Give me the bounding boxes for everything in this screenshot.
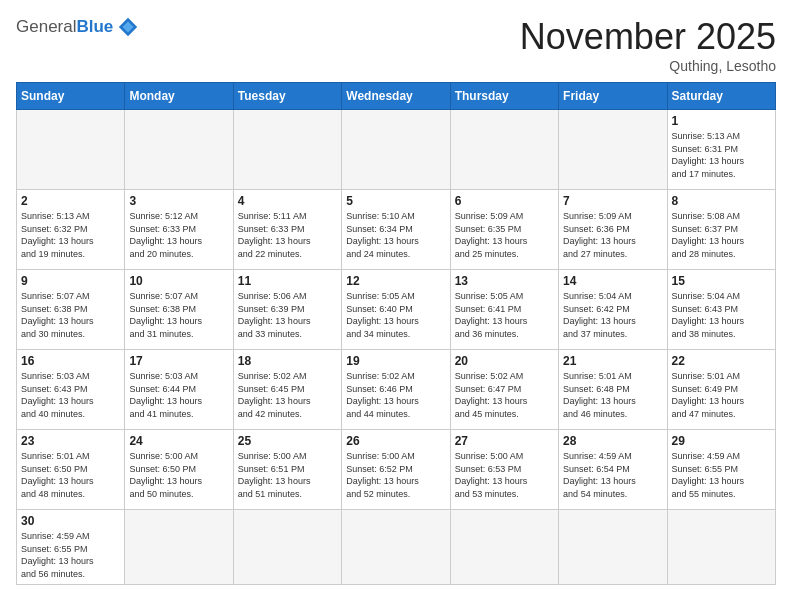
day-info: Sunrise: 5:04 AM Sunset: 6:42 PM Dayligh… (563, 290, 662, 340)
table-row: 29Sunrise: 4:59 AM Sunset: 6:55 PM Dayli… (667, 430, 775, 510)
day-info: Sunrise: 5:13 AM Sunset: 6:32 PM Dayligh… (21, 210, 120, 260)
day-info: Sunrise: 5:00 AM Sunset: 6:52 PM Dayligh… (346, 450, 445, 500)
table-row: 22Sunrise: 5:01 AM Sunset: 6:49 PM Dayli… (667, 350, 775, 430)
day-info: Sunrise: 5:08 AM Sunset: 6:37 PM Dayligh… (672, 210, 771, 260)
table-row: 3Sunrise: 5:12 AM Sunset: 6:33 PM Daylig… (125, 190, 233, 270)
table-row: 5Sunrise: 5:10 AM Sunset: 6:34 PM Daylig… (342, 190, 450, 270)
day-info: Sunrise: 5:03 AM Sunset: 6:44 PM Dayligh… (129, 370, 228, 420)
day-number: 15 (672, 274, 771, 288)
day-number: 9 (21, 274, 120, 288)
day-info: Sunrise: 5:10 AM Sunset: 6:34 PM Dayligh… (346, 210, 445, 260)
day-number: 22 (672, 354, 771, 368)
table-row: 13Sunrise: 5:05 AM Sunset: 6:41 PM Dayli… (450, 270, 558, 350)
table-row (233, 110, 341, 190)
weekday-header-wednesday: Wednesday (342, 83, 450, 110)
table-row: 26Sunrise: 5:00 AM Sunset: 6:52 PM Dayli… (342, 430, 450, 510)
calendar-week-row: 2Sunrise: 5:13 AM Sunset: 6:32 PM Daylig… (17, 190, 776, 270)
page-header: General Blue November 2025 Quthing, Leso… (16, 16, 776, 74)
day-number: 4 (238, 194, 337, 208)
day-info: Sunrise: 5:11 AM Sunset: 6:33 PM Dayligh… (238, 210, 337, 260)
table-row: 19Sunrise: 5:02 AM Sunset: 6:46 PM Dayli… (342, 350, 450, 430)
table-row: 8Sunrise: 5:08 AM Sunset: 6:37 PM Daylig… (667, 190, 775, 270)
day-number: 20 (455, 354, 554, 368)
day-info: Sunrise: 5:07 AM Sunset: 6:38 PM Dayligh… (21, 290, 120, 340)
calendar-week-row: 1Sunrise: 5:13 AM Sunset: 6:31 PM Daylig… (17, 110, 776, 190)
day-number: 16 (21, 354, 120, 368)
logo-icon (117, 16, 139, 38)
calendar-week-row: 23Sunrise: 5:01 AM Sunset: 6:50 PM Dayli… (17, 430, 776, 510)
table-row: 25Sunrise: 5:00 AM Sunset: 6:51 PM Dayli… (233, 430, 341, 510)
day-number: 3 (129, 194, 228, 208)
day-info: Sunrise: 4:59 AM Sunset: 6:55 PM Dayligh… (21, 530, 120, 580)
table-row: 1Sunrise: 5:13 AM Sunset: 6:31 PM Daylig… (667, 110, 775, 190)
day-info: Sunrise: 5:04 AM Sunset: 6:43 PM Dayligh… (672, 290, 771, 340)
day-number: 19 (346, 354, 445, 368)
day-info: Sunrise: 5:07 AM Sunset: 6:38 PM Dayligh… (129, 290, 228, 340)
table-row: 12Sunrise: 5:05 AM Sunset: 6:40 PM Dayli… (342, 270, 450, 350)
table-row (125, 510, 233, 585)
day-info: Sunrise: 5:03 AM Sunset: 6:43 PM Dayligh… (21, 370, 120, 420)
table-row (450, 110, 558, 190)
table-row: 14Sunrise: 5:04 AM Sunset: 6:42 PM Dayli… (559, 270, 667, 350)
table-row: 21Sunrise: 5:01 AM Sunset: 6:48 PM Dayli… (559, 350, 667, 430)
table-row (233, 510, 341, 585)
table-row: 30Sunrise: 4:59 AM Sunset: 6:55 PM Dayli… (17, 510, 125, 585)
day-info: Sunrise: 5:09 AM Sunset: 6:35 PM Dayligh… (455, 210, 554, 260)
table-row (342, 110, 450, 190)
table-row: 18Sunrise: 5:02 AM Sunset: 6:45 PM Dayli… (233, 350, 341, 430)
day-number: 2 (21, 194, 120, 208)
table-row: 9Sunrise: 5:07 AM Sunset: 6:38 PM Daylig… (17, 270, 125, 350)
day-info: Sunrise: 5:02 AM Sunset: 6:45 PM Dayligh… (238, 370, 337, 420)
table-row: 16Sunrise: 5:03 AM Sunset: 6:43 PM Dayli… (17, 350, 125, 430)
day-info: Sunrise: 5:05 AM Sunset: 6:40 PM Dayligh… (346, 290, 445, 340)
table-row (559, 510, 667, 585)
day-info: Sunrise: 5:01 AM Sunset: 6:48 PM Dayligh… (563, 370, 662, 420)
day-number: 17 (129, 354, 228, 368)
calendar-week-row: 9Sunrise: 5:07 AM Sunset: 6:38 PM Daylig… (17, 270, 776, 350)
table-row (450, 510, 558, 585)
logo: General Blue (16, 16, 139, 38)
table-row: 27Sunrise: 5:00 AM Sunset: 6:53 PM Dayli… (450, 430, 558, 510)
title-block: November 2025 Quthing, Lesotho (520, 16, 776, 74)
weekday-header-row: SundayMondayTuesdayWednesdayThursdayFrid… (17, 83, 776, 110)
day-info: Sunrise: 5:06 AM Sunset: 6:39 PM Dayligh… (238, 290, 337, 340)
day-number: 25 (238, 434, 337, 448)
table-row: 10Sunrise: 5:07 AM Sunset: 6:38 PM Dayli… (125, 270, 233, 350)
table-row (125, 110, 233, 190)
logo-blue-text: Blue (76, 17, 113, 37)
table-row: 2Sunrise: 5:13 AM Sunset: 6:32 PM Daylig… (17, 190, 125, 270)
day-number: 11 (238, 274, 337, 288)
day-info: Sunrise: 5:00 AM Sunset: 6:53 PM Dayligh… (455, 450, 554, 500)
day-number: 28 (563, 434, 662, 448)
day-number: 27 (455, 434, 554, 448)
day-info: Sunrise: 5:12 AM Sunset: 6:33 PM Dayligh… (129, 210, 228, 260)
month-title: November 2025 (520, 16, 776, 58)
table-row: 15Sunrise: 5:04 AM Sunset: 6:43 PM Dayli… (667, 270, 775, 350)
logo-general-text: General (16, 17, 76, 37)
day-info: Sunrise: 5:00 AM Sunset: 6:50 PM Dayligh… (129, 450, 228, 500)
day-number: 29 (672, 434, 771, 448)
weekday-header-tuesday: Tuesday (233, 83, 341, 110)
table-row: 7Sunrise: 5:09 AM Sunset: 6:36 PM Daylig… (559, 190, 667, 270)
table-row: 6Sunrise: 5:09 AM Sunset: 6:35 PM Daylig… (450, 190, 558, 270)
table-row: 28Sunrise: 4:59 AM Sunset: 6:54 PM Dayli… (559, 430, 667, 510)
table-row (559, 110, 667, 190)
day-number: 5 (346, 194, 445, 208)
day-info: Sunrise: 5:13 AM Sunset: 6:31 PM Dayligh… (672, 130, 771, 180)
day-info: Sunrise: 4:59 AM Sunset: 6:54 PM Dayligh… (563, 450, 662, 500)
table-row: 11Sunrise: 5:06 AM Sunset: 6:39 PM Dayli… (233, 270, 341, 350)
table-row (17, 110, 125, 190)
day-info: Sunrise: 4:59 AM Sunset: 6:55 PM Dayligh… (672, 450, 771, 500)
calendar-week-row: 30Sunrise: 4:59 AM Sunset: 6:55 PM Dayli… (17, 510, 776, 585)
table-row: 17Sunrise: 5:03 AM Sunset: 6:44 PM Dayli… (125, 350, 233, 430)
day-number: 24 (129, 434, 228, 448)
calendar-table: SundayMondayTuesdayWednesdayThursdayFrid… (16, 82, 776, 585)
day-number: 6 (455, 194, 554, 208)
day-number: 13 (455, 274, 554, 288)
calendar-week-row: 16Sunrise: 5:03 AM Sunset: 6:43 PM Dayli… (17, 350, 776, 430)
table-row: 24Sunrise: 5:00 AM Sunset: 6:50 PM Dayli… (125, 430, 233, 510)
day-info: Sunrise: 5:02 AM Sunset: 6:46 PM Dayligh… (346, 370, 445, 420)
weekday-header-monday: Monday (125, 83, 233, 110)
table-row: 20Sunrise: 5:02 AM Sunset: 6:47 PM Dayli… (450, 350, 558, 430)
table-row (342, 510, 450, 585)
